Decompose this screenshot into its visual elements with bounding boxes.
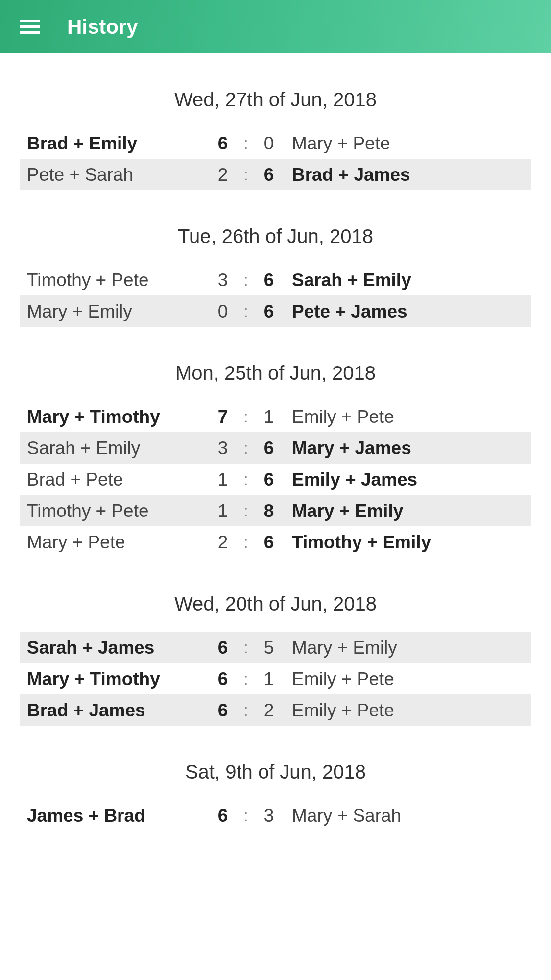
score-1: 6 — [209, 701, 237, 719]
score-1: 1 — [209, 502, 237, 520]
score-separator: : — [237, 271, 255, 288]
score-2: 6 — [255, 533, 283, 551]
team-1: Brad + James — [20, 701, 209, 719]
match-row[interactable]: Brad + James6:2Emily + Pete — [20, 694, 531, 726]
date-header: Sat, 9th of Jun, 2018 — [20, 761, 531, 783]
score-separator: : — [237, 502, 255, 519]
team-2: Timothy + Emily — [283, 533, 531, 551]
match-row[interactable]: Timothy + Pete1:8Mary + Emily — [20, 495, 531, 526]
score-separator: : — [237, 471, 255, 488]
score-1: 2 — [209, 533, 237, 551]
team-1: Mary + Emily — [20, 302, 209, 320]
score-2: 6 — [255, 439, 283, 457]
team-1: Timothy + Pete — [20, 271, 209, 289]
score-separator: : — [237, 440, 255, 456]
score-2: 6 — [255, 166, 283, 184]
date-section: Wed, 20th of Jun, 2018Sarah + James6:5Ma… — [20, 593, 531, 726]
match-row[interactable]: Pete + Sarah2:6Brad + James — [20, 159, 531, 190]
match-row[interactable]: Brad + Emily6:0Mary + Pete — [20, 127, 531, 159]
score-1: 0 — [209, 302, 237, 320]
team-1: Mary + Pete — [20, 533, 209, 551]
team-1: Sarah + Emily — [20, 439, 209, 457]
date-section: Wed, 27th of Jun, 2018Brad + Emily6:0Mar… — [20, 89, 531, 190]
team-1: Mary + Timothy — [20, 408, 209, 426]
score-2: 2 — [255, 701, 283, 719]
match-row[interactable]: Timothy + Pete3:6Sarah + Emily — [20, 264, 531, 295]
team-2: Emily + James — [283, 470, 531, 489]
match-row[interactable]: Mary + Emily0:6Pete + James — [20, 295, 531, 327]
team-1: Pete + Sarah — [20, 166, 209, 184]
score-2: 0 — [255, 134, 283, 152]
score-separator: : — [237, 807, 255, 824]
score-1: 6 — [209, 134, 237, 152]
score-2: 1 — [255, 670, 283, 688]
score-1: 6 — [209, 670, 237, 688]
match-row[interactable]: James + Brad6:3Mary + Sarah — [20, 800, 531, 831]
score-1: 2 — [209, 166, 237, 184]
date-section: Sat, 9th of Jun, 2018James + Brad6:3Mary… — [20, 761, 531, 831]
score-separator: : — [237, 303, 255, 319]
date-header: Tue, 26th of Jun, 2018 — [20, 225, 531, 247]
date-section: Tue, 26th of Jun, 2018Timothy + Pete3:6S… — [20, 225, 531, 327]
score-separator: : — [237, 670, 255, 687]
team-1: Mary + Timothy — [20, 670, 209, 688]
score-separator: : — [237, 639, 255, 656]
score-1: 3 — [209, 271, 237, 289]
date-header: Wed, 27th of Jun, 2018 — [20, 89, 531, 111]
team-2: Mary + Sarah — [283, 807, 531, 825]
score-1: 7 — [209, 408, 237, 426]
team-1: Sarah + James — [20, 638, 209, 657]
date-header: Mon, 25th of Jun, 2018 — [20, 362, 531, 384]
score-separator: : — [237, 534, 255, 550]
team-2: Pete + James — [283, 302, 531, 320]
match-row[interactable]: Brad + Pete1:6Emily + James — [20, 464, 531, 495]
team-2: Brad + James — [283, 166, 531, 184]
score-2: 8 — [255, 502, 283, 520]
team-2: Mary + Emily — [283, 502, 531, 520]
score-2: 6 — [255, 271, 283, 289]
team-2: Mary + Emily — [283, 638, 531, 657]
team-1: Brad + Pete — [20, 470, 209, 489]
score-1: 6 — [209, 807, 237, 825]
score-1: 1 — [209, 470, 237, 489]
score-2: 3 — [255, 807, 283, 825]
score-2: 6 — [255, 302, 283, 320]
team-2: Emily + Pete — [283, 408, 531, 426]
app-header: History — [0, 0, 551, 53]
match-row[interactable]: Mary + Timothy7:1Emily + Pete — [20, 401, 531, 432]
score-1: 6 — [209, 638, 237, 657]
score-2: 5 — [255, 638, 283, 657]
score-separator: : — [237, 166, 255, 183]
team-1: Brad + Emily — [20, 134, 209, 152]
match-row[interactable]: Sarah + Emily3:6Mary + James — [20, 432, 531, 464]
score-separator: : — [237, 135, 255, 151]
team-2: Mary + James — [283, 439, 531, 457]
team-2: Mary + Pete — [283, 134, 531, 152]
team-2: Sarah + Emily — [283, 271, 531, 289]
score-separator: : — [237, 408, 255, 425]
page-title: History — [67, 15, 138, 39]
date-section: Mon, 25th of Jun, 2018Mary + Timothy7:1E… — [20, 362, 531, 558]
history-list: Wed, 27th of Jun, 2018Brad + Emily6:0Mar… — [0, 89, 551, 831]
team-2: Emily + Pete — [283, 670, 531, 688]
score-separator: : — [237, 702, 255, 718]
match-row[interactable]: Mary + Pete2:6Timothy + Emily — [20, 526, 531, 558]
match-row[interactable]: Mary + Timothy6:1Emily + Pete — [20, 663, 531, 694]
score-1: 3 — [209, 439, 237, 457]
match-row[interactable]: Sarah + James6:5Mary + Emily — [20, 632, 531, 663]
score-2: 1 — [255, 408, 283, 426]
team-1: James + Brad — [20, 807, 209, 825]
score-2: 6 — [255, 470, 283, 489]
team-1: Timothy + Pete — [20, 502, 209, 520]
date-header: Wed, 20th of Jun, 2018 — [20, 593, 531, 615]
team-2: Emily + Pete — [283, 701, 531, 719]
menu-icon[interactable] — [20, 17, 40, 37]
